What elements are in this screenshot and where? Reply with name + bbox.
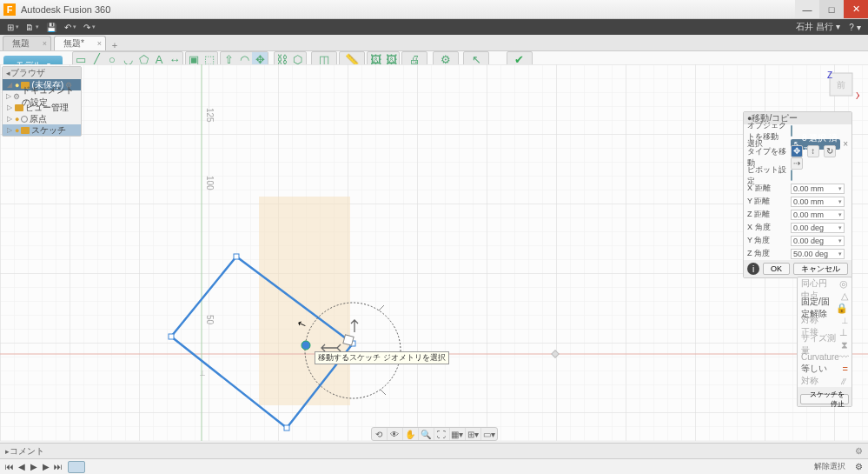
timeline-feature[interactable] <box>68 461 85 473</box>
status-text: 解除選択 <box>807 461 852 472</box>
undo-icon[interactable]: ↶ <box>61 20 80 34</box>
z-angle-input[interactable]: 50.00 deg <box>791 249 845 259</box>
svg-rect-2 <box>259 197 350 405</box>
info-icon[interactable]: i <box>747 263 759 275</box>
document-tabs: 無題× 無題*× + <box>0 35 868 51</box>
nav-bar: ⟲ 👁 ✋ 🔍 ⛶ ▦▾ ⊞▾ ▭▾ <box>371 427 498 441</box>
concentric-icon[interactable]: ◎ <box>839 278 848 290</box>
settings-icon[interactable]: ⚙ <box>852 462 865 471</box>
quick-access-bar: ⊞ 🗎 💾 ↶ ↷ 石井 昌行 ▾ ? ▾ <box>0 19 868 35</box>
pivot-set-button[interactable] <box>791 170 792 181</box>
browser-node[interactable]: ▷●原点 <box>3 113 81 124</box>
redo-icon[interactable]: ↷ <box>80 20 99 34</box>
timeline-back-icon[interactable]: ◀ <box>16 462 28 471</box>
close-icon[interactable]: × <box>43 39 47 48</box>
new-tab-button[interactable]: + <box>109 40 121 50</box>
browser-node[interactable]: ▷●スケッチ <box>3 124 81 136</box>
y-distance-input[interactable]: 0.00 mm <box>791 197 845 207</box>
orbit-icon[interactable]: ⟲ <box>372 428 388 440</box>
lock-icon[interactable]: 🔒 <box>836 303 848 314</box>
canvas[interactable]: 125 100 50 ⟂ 前 X Z ↖ 移動するスケッチ ジオメトリを選択 <box>0 64 868 441</box>
tab-doc-1[interactable]: 無題*× <box>54 36 106 50</box>
title-bar: F Autodesk Fusion 360 — □ ✕ <box>0 0 868 19</box>
move-type-translate-icon[interactable]: ↕ <box>807 145 819 157</box>
timeline-start-icon[interactable]: ⏮ <box>3 462 16 471</box>
gear-icon[interactable]: ⚙ <box>855 446 863 456</box>
gear-icon: ⚙ <box>13 92 20 101</box>
viewcube-face-label: 前 <box>837 80 845 90</box>
x-distance-input[interactable]: 0.00 mm <box>791 184 845 194</box>
equal-icon[interactable]: = <box>843 364 848 374</box>
svg-text:X: X <box>856 91 859 101</box>
move-type-free-icon[interactable]: ✥ <box>791 145 803 157</box>
y-angle-input[interactable]: 0.00 deg <box>791 236 845 246</box>
help-icon[interactable]: ? ▾ <box>845 20 865 34</box>
ok-button[interactable]: OK <box>763 263 790 275</box>
move-copy-panel: ● 移動/コピー オブジェクトを移動 選択↖8 選択 済み× タイプを移動 ✥ … <box>743 111 852 278</box>
save-icon[interactable]: 💾 <box>42 20 61 34</box>
timeline-play-icon[interactable]: ▶ <box>28 462 40 471</box>
fit-icon[interactable]: ⛶ <box>434 428 450 440</box>
svg-rect-10 <box>169 334 174 339</box>
svg-text:⟂: ⟂ <box>200 368 205 377</box>
look-icon[interactable]: 👁 <box>388 428 403 440</box>
browser-panel: ◂ ブラウザ ◢●(未保存)⚙ ▷⚙ドキュメントの設定 ▷ビュー管理 ▷●原点 … <box>2 66 82 137</box>
curvature-icon[interactable]: 〰 <box>839 351 849 362</box>
z-distance-input[interactable]: 0.00 mm <box>791 210 845 220</box>
display-icon[interactable]: ▦▾ <box>450 428 466 440</box>
midpoint-icon[interactable]: △ <box>841 290 848 302</box>
pan-icon[interactable]: ✋ <box>403 428 419 440</box>
window-minimize-button[interactable]: — <box>795 0 819 18</box>
timeline-fwd-icon[interactable]: ▶ <box>40 462 52 471</box>
svg-text:125: 125 <box>205 108 215 123</box>
file-menu-icon[interactable]: 🗎 <box>23 20 42 34</box>
zoom-icon[interactable]: 🔍 <box>419 428 434 440</box>
symmetry-icon[interactable]: ⟂ <box>842 315 848 325</box>
app-title: Autodesk Fusion 360 <box>21 4 795 15</box>
svg-rect-1 <box>0 64 868 441</box>
timeline-end-icon[interactable]: ⏭ <box>52 462 64 471</box>
close-icon[interactable]: × <box>97 39 102 48</box>
window-close-button[interactable]: ✕ <box>844 0 868 18</box>
grid-menu-icon[interactable]: ⊞ <box>3 20 23 34</box>
svg-text:Z: Z <box>827 70 832 80</box>
svg-text:50: 50 <box>205 315 215 325</box>
svg-rect-9 <box>234 254 239 259</box>
svg-text:100: 100 <box>205 176 215 190</box>
x-angle-input[interactable]: 0.00 deg <box>791 223 845 233</box>
dimension-icon[interactable]: ⧗ <box>841 339 848 350</box>
view-cube[interactable]: 前 X Z <box>825 68 859 103</box>
svg-rect-17 <box>343 335 354 345</box>
move-type-point-icon[interactable]: ⇢ <box>791 157 803 170</box>
cancel-button[interactable]: キャンセル <box>793 263 848 275</box>
user-name[interactable]: 石井 昌行 ▾ <box>791 21 845 33</box>
window-maximize-button[interactable]: □ <box>819 0 844 18</box>
tab-doc-0[interactable]: 無題× <box>3 36 51 50</box>
object-type-picker[interactable] <box>791 125 792 137</box>
grid-icon[interactable]: ⊞▾ <box>466 428 481 440</box>
svg-point-16 <box>301 341 310 350</box>
browser-node[interactable]: ▷⚙ドキュメントの設定 <box>3 90 81 102</box>
move-type-rotate-icon[interactable]: ↻ <box>824 145 836 157</box>
timeline-bar: ⏮ ◀ ▶ ▶ ⏭ 解除選択 ⚙ <box>0 458 868 474</box>
comments-bar[interactable]: ▸ コメント ⚙ <box>0 443 868 458</box>
viewport-icon[interactable]: ▭▾ <box>481 428 497 440</box>
browser-header[interactable]: ◂ ブラウザ <box>3 67 81 79</box>
sketch-palette: 同心円◎ 中点△ 固定/固定解除🔒 対称⟂ 正接⊥ サイズ測量⧗ Curvatu… <box>797 277 852 407</box>
stop-sketch-button[interactable]: スケッチを停止 <box>800 394 849 404</box>
svg-rect-11 <box>284 425 289 431</box>
tooltip: 移動するスケッチ ジオメトリを選択 <box>315 351 449 364</box>
app-logo-icon: F <box>3 3 16 16</box>
parallel-icon[interactable]: ⫽ <box>838 376 848 386</box>
